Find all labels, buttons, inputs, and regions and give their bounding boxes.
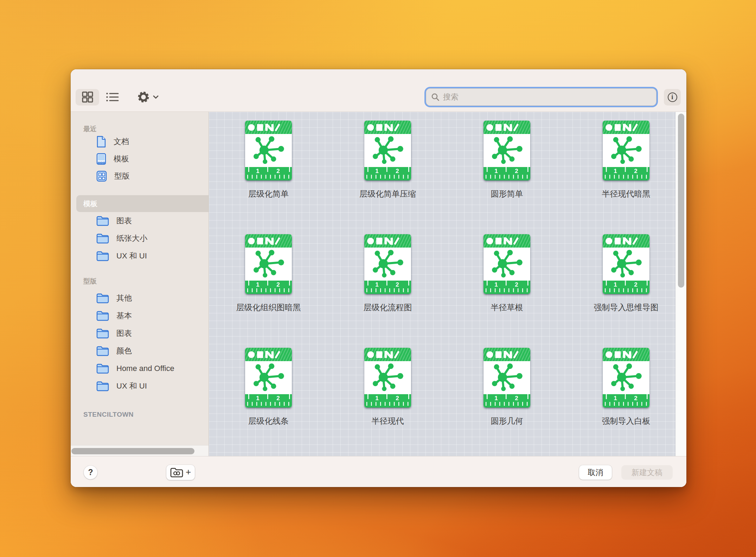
desktop-wallpaper: 资源浏览器 i [0, 0, 756, 557]
template-label: 层级化流程图 [364, 302, 412, 313]
template-label: 强制导入白板 [602, 416, 651, 427]
omni-logo-icon [483, 348, 530, 361]
plus-icon: + [186, 467, 191, 478]
titlebar: 资源浏览器 i [71, 69, 686, 112]
grid-view-icon [82, 91, 94, 103]
folder-icon [96, 363, 109, 374]
template-item[interactable]: 层级化简单 [209, 121, 328, 207]
template-thumbnail [483, 348, 530, 408]
mindmap-icon [483, 248, 530, 281]
add-linked-folder-button[interactable]: + [166, 465, 195, 480]
template-item[interactable]: 半径现代暗黑 [566, 121, 686, 207]
template-item[interactable]: 层级化线条 [209, 348, 328, 434]
ruler-icon [483, 394, 530, 408]
template-label: 层级化简单 [248, 188, 289, 199]
template-item[interactable]: 层级化流程图 [328, 234, 447, 321]
list-view-button[interactable] [103, 89, 122, 105]
folder-icon [96, 251, 109, 261]
mindmap-icon [603, 134, 649, 167]
omni-logo-icon [245, 348, 292, 361]
sidebar-item-label: 颜色 [116, 346, 132, 356]
ruler-icon [245, 394, 292, 408]
omni-logo-icon [364, 348, 411, 361]
mindmap-icon [483, 134, 530, 167]
sidebar-item-home-and-office[interactable]: Home and Office [71, 360, 209, 377]
template-item[interactable]: 半径现代 [328, 348, 447, 434]
template-label: 层级化简单压缩 [359, 188, 416, 199]
folder-icon [96, 233, 109, 244]
ruler-icon [364, 281, 411, 294]
stencil-icon [96, 171, 107, 182]
template-item[interactable]: 半径草根 [447, 234, 566, 321]
omni-logo-icon [483, 121, 530, 134]
omni-logo-icon [364, 234, 411, 248]
ruler-icon [245, 167, 292, 180]
sidebar-item-paper-sizes[interactable]: 纸张大小 [71, 230, 209, 247]
template-item[interactable]: 圆形简单 [447, 121, 566, 207]
horizontal-scrollbar-thumb[interactable] [71, 448, 194, 454]
omni-logo-icon [483, 234, 530, 248]
sidebar-item-charts[interactable]: 图表 [71, 212, 209, 230]
ruler-icon [603, 281, 649, 294]
template-item[interactable]: 层级化组织图暗黑 [209, 234, 328, 321]
sidebar-item-label: UX 和 UI [116, 251, 147, 261]
main-area: 最近 文档 模板 型版 模板 [71, 112, 686, 456]
template-item[interactable]: 圆形几何 [447, 348, 566, 434]
sidebar-item-label: 基本 [116, 310, 132, 321]
sidebar-item-stencils[interactable]: 型版 [71, 167, 209, 185]
chevron-down-icon [153, 95, 159, 99]
ruler-icon [603, 394, 649, 408]
sidebar-header-stencils: 型版 [71, 277, 209, 285]
template-label: 圆形几何 [491, 416, 523, 427]
template-thumbnail [364, 121, 411, 180]
template-thumbnail [603, 348, 649, 408]
sidebar-item-templates[interactable]: 模板 [71, 150, 209, 167]
folder-icon [96, 381, 109, 391]
template-label: 半径现代暗黑 [602, 188, 651, 199]
sidebar-item-label: 纸张大小 [116, 233, 147, 244]
template-item[interactable]: 强制导入白板 [566, 348, 686, 434]
template-item[interactable]: 层级化简单压缩 [328, 121, 447, 207]
mindmap-icon [364, 134, 411, 167]
sidebar-item-ux-and-ui-stencil[interactable]: UX 和 UI [71, 377, 209, 395]
sidebar-item-basic[interactable]: 基本 [71, 307, 209, 325]
grid-view-button[interactable] [76, 89, 99, 105]
template-thumbnail [603, 234, 649, 294]
sidebar-item-documents[interactable]: 文档 [71, 133, 209, 150]
ruler-icon [245, 281, 292, 294]
vertical-scrollbar-thumb[interactable] [678, 114, 684, 288]
sidebar-item-colors[interactable]: 颜色 [71, 342, 209, 360]
mindmap-icon [603, 248, 649, 281]
cancel-button[interactable]: 取消 [579, 465, 612, 480]
sidebar-item-other[interactable]: 其他 [71, 289, 209, 307]
settings-menu-button[interactable] [135, 89, 161, 105]
template-label: 半径草根 [491, 302, 523, 313]
template-thumbnail [483, 121, 530, 180]
template-label: 强制导入思维导图 [594, 302, 659, 313]
sidebar-item-label: Home and Office [116, 364, 174, 373]
sidebar-header-templates-selected[interactable]: 模板 [76, 195, 209, 212]
footer-bar: ? + 取消 新建文稿 [71, 456, 686, 487]
sidebar-item-label: 其他 [116, 293, 132, 303]
sidebar-item-ux-and-ui[interactable]: UX 和 UI [71, 247, 209, 265]
new-document-button[interactable]: 新建文稿 [621, 465, 673, 480]
info-icon: i [668, 92, 677, 102]
ruler-icon [364, 394, 411, 408]
help-button[interactable]: ? [84, 466, 97, 479]
ruler-icon [364, 167, 411, 180]
template-thumbnail [245, 234, 292, 294]
folder-icon [96, 293, 109, 303]
template-grid: 层级化简单 层级化简单压缩 [209, 112, 686, 434]
omni-logo-icon [603, 234, 649, 248]
template-label: 层级化组织图暗黑 [236, 302, 301, 313]
template-thumbnail [245, 348, 292, 408]
template-label: 半径现代 [372, 416, 404, 427]
omni-logo-icon [364, 121, 411, 134]
template-item[interactable]: 强制导入思维导图 [566, 234, 686, 321]
search-input[interactable] [443, 92, 651, 102]
sidebar-item-charts-stencil[interactable]: 图表 [71, 325, 209, 342]
omni-logo-icon [245, 234, 292, 248]
info-button[interactable]: i [664, 89, 681, 105]
search-field[interactable] [426, 88, 656, 106]
list-view-icon [106, 92, 119, 102]
